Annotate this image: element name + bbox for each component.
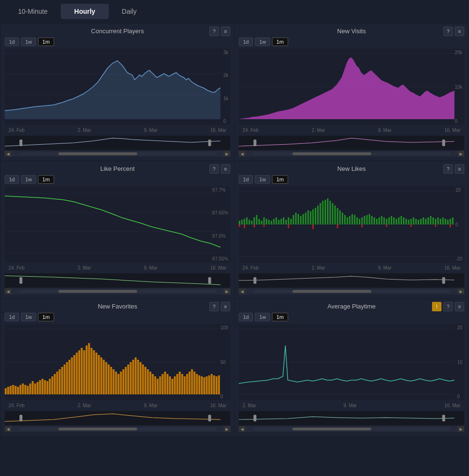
scrollbar-visits[interactable]: ◀ ▶ xyxy=(239,151,464,157)
filter-1m-likepct[interactable]: 1m xyxy=(38,175,54,184)
scrollbar-favorites[interactable]: ◀ ▶ xyxy=(5,426,230,432)
help-button-favorites[interactable]: ? xyxy=(209,302,219,311)
svg-rect-145 xyxy=(49,379,51,394)
scrollbar-thumb-visits[interactable] xyxy=(292,152,371,155)
svg-rect-164 xyxy=(95,353,97,394)
filter-1w-favorites[interactable]: 1w xyxy=(21,313,36,321)
tab-hourly[interactable]: Hourly xyxy=(61,4,108,19)
time-filters-likepct: 1d 1w 1m xyxy=(5,175,230,184)
scroll-right-playtime[interactable]: ▶ xyxy=(458,426,464,432)
svg-rect-163 xyxy=(93,350,95,394)
help-button-visits[interactable]: ? xyxy=(443,27,453,36)
svg-rect-109 xyxy=(452,217,453,224)
scroll-right-favorites[interactable]: ▶ xyxy=(224,426,230,432)
filter-1d-playtime[interactable]: 1d xyxy=(239,313,253,321)
chart-actions-likepct: ? ≡ xyxy=(209,164,230,174)
scroll-right-visits[interactable]: ▶ xyxy=(458,151,464,157)
filter-1w-likepct[interactable]: 1w xyxy=(21,175,36,184)
svg-rect-144 xyxy=(47,381,48,394)
scrollbar-playtime[interactable]: ◀ ▶ xyxy=(239,426,464,432)
filter-1m-visits[interactable]: 1m xyxy=(272,37,288,46)
help-button-playtime[interactable]: ? xyxy=(443,302,453,311)
svg-rect-165 xyxy=(98,355,100,394)
scrollbar-concurrent[interactable]: ◀ ▶ xyxy=(5,151,230,157)
scrollbar-thumb-favorites[interactable] xyxy=(58,428,137,430)
help-button-newlikes[interactable]: ? xyxy=(443,164,453,174)
svg-rect-183 xyxy=(142,364,144,394)
help-button-likepct[interactable]: ? xyxy=(209,164,219,174)
svg-rect-140 xyxy=(37,382,38,394)
chart-concurrent-players: 3k 2k 1k 0 xyxy=(5,49,230,125)
panel-new-visits: New Visits ? ≡ 1d 1w 1m 20k 10k 0 xyxy=(235,24,468,160)
scroll-left-newlikes[interactable]: ◀ xyxy=(239,289,245,294)
menu-button-concurrent[interactable]: ≡ xyxy=(221,27,230,36)
svg-rect-139 xyxy=(34,383,36,394)
scroll-right-likepct[interactable]: ▶ xyxy=(224,289,230,294)
scrollbar-thumb-concurrent[interactable] xyxy=(58,152,137,155)
filter-1d-newlikes[interactable]: 1d xyxy=(239,175,253,184)
svg-rect-31 xyxy=(261,221,262,224)
scrollbar-thumb-likepct[interactable] xyxy=(58,290,137,293)
svg-rect-93 xyxy=(413,217,414,224)
scrollbar-thumb-playtime[interactable] xyxy=(292,428,371,430)
svg-rect-196 xyxy=(174,376,176,394)
svg-rect-78 xyxy=(376,219,377,224)
scrollbar-likepct[interactable]: ◀ ▶ xyxy=(5,289,230,294)
filter-1w-newlikes[interactable]: 1w xyxy=(255,175,270,184)
mini-svg-playtime xyxy=(239,411,464,425)
filter-1m-concurrent[interactable]: 1m xyxy=(38,37,54,46)
filter-1m-newlikes[interactable]: 1m xyxy=(272,175,288,184)
filter-1w-visits[interactable]: 1w xyxy=(255,37,270,46)
svg-rect-185 xyxy=(147,369,149,394)
chart-title-newlikes: New Likes xyxy=(338,165,366,172)
filter-1d-likepct[interactable]: 1d xyxy=(5,175,19,184)
scroll-left-likepct[interactable]: ◀ xyxy=(5,289,11,294)
warning-button-playtime[interactable]: ! xyxy=(432,302,441,311)
filter-1d-concurrent[interactable]: 1d xyxy=(5,37,19,46)
filter-1w-concurrent[interactable]: 1w xyxy=(21,37,36,46)
tab-10minute[interactable]: 10-Minute xyxy=(5,4,61,19)
scroll-right-concurrent[interactable]: ▶ xyxy=(224,151,230,157)
help-button-concurrent[interactable]: ? xyxy=(209,27,219,36)
svg-rect-84 xyxy=(391,216,392,224)
filter-1d-favorites[interactable]: 1d xyxy=(5,313,19,321)
svg-rect-34 xyxy=(268,220,270,224)
svg-rect-155 xyxy=(74,355,75,394)
svg-rect-89 xyxy=(403,217,404,224)
time-filters-newlikes: 1d 1w 1m xyxy=(239,175,464,184)
svg-rect-180 xyxy=(135,357,137,394)
menu-button-playtime[interactable]: ≡ xyxy=(455,302,464,311)
svg-rect-213 xyxy=(216,376,217,394)
svg-rect-168 xyxy=(105,362,107,394)
scroll-right-newlikes[interactable]: ▶ xyxy=(458,289,464,294)
svg-rect-191 xyxy=(161,374,163,394)
scroll-left-concurrent[interactable]: ◀ xyxy=(5,151,11,157)
tab-daily[interactable]: Daily xyxy=(109,4,150,19)
menu-button-visits[interactable]: ≡ xyxy=(455,27,464,36)
svg-rect-86 xyxy=(395,219,397,224)
scroll-left-favorites[interactable]: ◀ xyxy=(5,426,11,432)
svg-rect-45 xyxy=(295,213,297,224)
scrollbar-newlikes[interactable]: ◀ ▶ xyxy=(239,289,464,294)
svg-rect-133 xyxy=(19,385,21,394)
filter-1m-playtime[interactable]: 1m xyxy=(272,313,288,321)
svg-rect-56 xyxy=(322,201,324,224)
svg-rect-114 xyxy=(288,224,289,228)
svg-rect-204 xyxy=(194,372,196,394)
svg-rect-32 xyxy=(263,217,265,224)
filter-1m-favorites[interactable]: 1m xyxy=(38,313,54,321)
scroll-left-playtime[interactable]: ◀ xyxy=(239,426,245,432)
filter-1d-visits[interactable]: 1d xyxy=(239,37,253,46)
svg-rect-117 xyxy=(361,224,363,227)
scroll-left-visits[interactable]: ◀ xyxy=(239,151,245,157)
svg-rect-181 xyxy=(137,360,139,394)
menu-button-favorites[interactable]: ≡ xyxy=(221,302,230,311)
svg-rect-106 xyxy=(445,219,446,224)
svg-rect-161 xyxy=(88,343,90,394)
menu-button-newlikes[interactable]: ≡ xyxy=(455,164,464,174)
menu-button-likepct[interactable]: ≡ xyxy=(221,164,230,174)
svg-rect-135 xyxy=(24,385,26,394)
filter-1w-playtime[interactable]: 1w xyxy=(255,313,270,321)
svg-rect-55 xyxy=(319,203,321,224)
scrollbar-thumb-newlikes[interactable] xyxy=(292,290,371,293)
